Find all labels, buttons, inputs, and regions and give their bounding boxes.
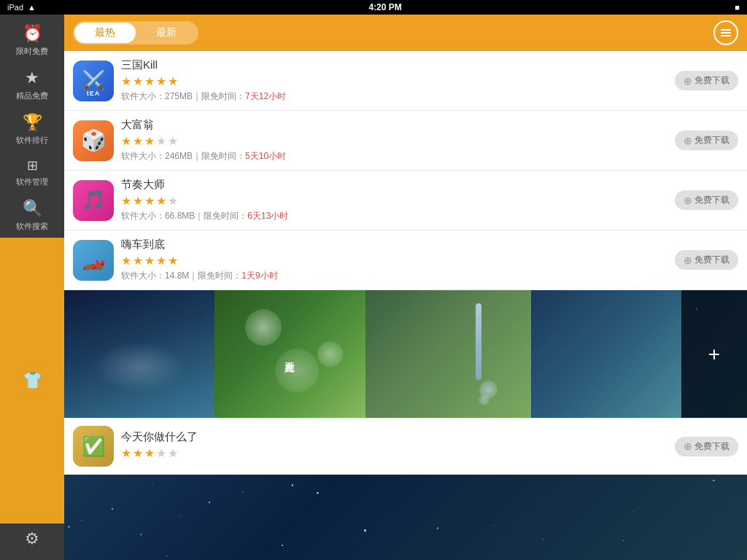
sidebar-label-search: 软件搜索 — [16, 221, 48, 232]
wallpaper-section: 她在夏天 + — [64, 290, 747, 418]
app-info-3: 嗨车到底 ★ ★ ★ ★ ★ 软件大小：14.8M｜限免时间：1天9小时 — [121, 238, 667, 282]
sidebar-label-limited: 限时免费 — [16, 46, 48, 57]
wallpaper-1[interactable] — [64, 290, 214, 418]
sidebar-label-quality: 精品免费 — [16, 90, 48, 101]
stars-3: ★ ★ ★ ★ ★ — [121, 254, 667, 268]
stars-bottom: ★ ★ ★ ★ ★ — [121, 446, 667, 460]
wallpaper-add-button[interactable]: + — [681, 290, 747, 418]
app-name-bottom: 今天你做什么了 — [121, 430, 667, 444]
menu-button[interactable] — [713, 20, 738, 45]
sidebar-label-management: 软件管理 — [16, 176, 48, 187]
ipad-label: iPad — [7, 3, 23, 12]
download-btn-bottom[interactable]: ⊕ 免费下载 — [675, 437, 738, 456]
app-meta-1: 软件大小：246MB｜限免时间：5天10小时 — [121, 150, 667, 163]
app-icon-dafu: 🎲 — [73, 120, 114, 161]
sidebar-label-ranking: 软件排行 — [16, 135, 48, 146]
app-meta-2: 软件大小：66.8MB｜限免时间：6天13小时 — [121, 210, 667, 222]
status-time: 4:20 PM — [368, 2, 401, 12]
add-icon: + — [708, 343, 720, 366]
wallpaper-4[interactable] — [531, 290, 681, 418]
app-item-3: 🏎️ 嗨车到底 ★ ★ ★ ★ ★ 软件大小：14.8M｜限免时间：1天9小时 — [64, 230, 747, 290]
app-item-0: ⚔️ tEA 三国Kill ★ ★ ★ ★ ★ 软件大小：27 — [64, 51, 747, 111]
content-area: 最热 最新 ⚔️ tEA 三国Kil — [64, 15, 747, 560]
app-name-3: 嗨车到底 — [121, 238, 667, 252]
app-meta-3: 软件大小：14.8M｜限免时间：1天9小时 — [121, 270, 667, 282]
sidebar-item-theme[interactable]: 👕 — [0, 238, 64, 524]
app-info-0: 三国Kill ★ ★ ★ ★ ★ 软件大小：275MB｜限免时间：7天12小时 — [121, 58, 667, 103]
download-btn-3[interactable]: ⊕ 免费下载 — [675, 250, 738, 270]
app-list-section: 最热 最新 ⚔️ tEA 三国Kil — [64, 15, 747, 290]
search-icon: 🔍 — [23, 199, 42, 218]
menu-icon — [721, 29, 731, 36]
top-tabs-bar: 最热 最新 — [64, 15, 747, 51]
wallpaper-3[interactable] — [365, 290, 531, 418]
tab-hot[interactable]: 最热 — [74, 23, 136, 43]
app-item-bottom: ✅ 今天你做什么了 ★ ★ ★ ★ ★ ⊕ 免费下载 — [64, 419, 747, 475]
app-item-1: 🎲 大富翁 ★ ★ ★ ★ ★ 软件大小：246MB｜限免时间：5天10小时 — [64, 111, 747, 171]
wallpaper-2[interactable]: 她在夏天 — [214, 290, 365, 418]
app-meta-0: 软件大小：275MB｜限免时间：7天12小时 — [121, 90, 667, 103]
stars-0: ★ ★ ★ ★ ★ — [121, 74, 667, 88]
sidebar-item-quality-free[interactable]: ★ 精品免费 — [0, 63, 64, 107]
sidebar-item-management[interactable]: ⊞ 软件管理 — [0, 152, 64, 193]
app-icon-sanguo: ⚔️ tEA — [73, 61, 114, 101]
sidebar-item-settings[interactable]: ⚙ — [0, 524, 64, 554]
wifi-icon: ▲ — [28, 3, 36, 12]
download-btn-1[interactable]: ⊕ 免费下载 — [675, 131, 738, 150]
sidebar-item-ranking[interactable]: 🏆 软件排行 — [0, 107, 64, 152]
main-container: ⏰ 限时免费 ★ 精品免费 🏆 软件排行 ⊞ 软件管理 🔍 软件搜索 👕 ⚙ — [0, 15, 747, 560]
grid-icon: ⊞ — [27, 158, 38, 174]
app-info-1: 大富翁 ★ ★ ★ ★ ★ 软件大小：246MB｜限免时间：5天10小时 — [121, 118, 667, 163]
app-info-bottom: 今天你做什么了 ★ ★ ★ ★ ★ — [121, 430, 667, 462]
app-list: ⚔️ tEA 三国Kill ★ ★ ★ ★ ★ 软件大小：27 — [64, 51, 747, 290]
bottom-app-section: ✅ 今天你做什么了 ★ ★ ★ ★ ★ ⊕ 免费下载 — [64, 418, 747, 475]
app-icon-jiezou: 🎵 — [73, 180, 114, 221]
tab-group: 最热 最新 — [73, 21, 198, 44]
download-btn-2[interactable]: ⊕ 免费下载 — [675, 190, 738, 210]
battery-icon: ■ — [735, 3, 740, 12]
status-bar: iPad ▲ 4:20 PM ■ — [0, 0, 747, 15]
clock-icon: ⏰ — [23, 24, 42, 43]
app-name-2: 节奏大师 — [121, 178, 667, 192]
stars-1: ★ ★ ★ ★ ★ — [121, 134, 667, 148]
trophy-icon: 🏆 — [23, 113, 42, 132]
star-icon: ★ — [25, 69, 39, 88]
gear-icon: ⚙ — [25, 529, 39, 548]
tab-new[interactable]: 最新 — [136, 23, 197, 43]
app-item-2: 🎵 节奏大师 ★ ★ ★ ★ ★ 软件大小：66.8MB｜限免时间：6天13小时 — [64, 171, 747, 230]
app-name-1: 大富翁 — [121, 118, 667, 132]
sidebar-item-search[interactable]: 🔍 软件搜索 — [0, 193, 64, 238]
stars-2: ★ ★ ★ ★ ★ — [121, 194, 667, 208]
shirt-icon: 👕 — [23, 371, 42, 390]
app-info-2: 节奏大师 ★ ★ ★ ★ ★ 软件大小：66.8MB｜限免时间：6天13小时 — [121, 178, 667, 222]
sidebar: ⏰ 限时免费 ★ 精品免费 🏆 软件排行 ⊞ 软件管理 🔍 软件搜索 👕 ⚙ — [0, 15, 64, 560]
app-icon-jintian: ✅ — [73, 426, 114, 467]
status-bar-left: iPad ▲ — [7, 3, 36, 12]
app-name-0: 三国Kill — [121, 58, 667, 72]
sidebar-item-limited-free[interactable]: ⏰ 限时免费 — [0, 18, 64, 63]
app-icon-piaoche: 🏎️ — [73, 240, 114, 281]
download-btn-0[interactable]: ⊕ 免费下载 — [675, 71, 738, 90]
